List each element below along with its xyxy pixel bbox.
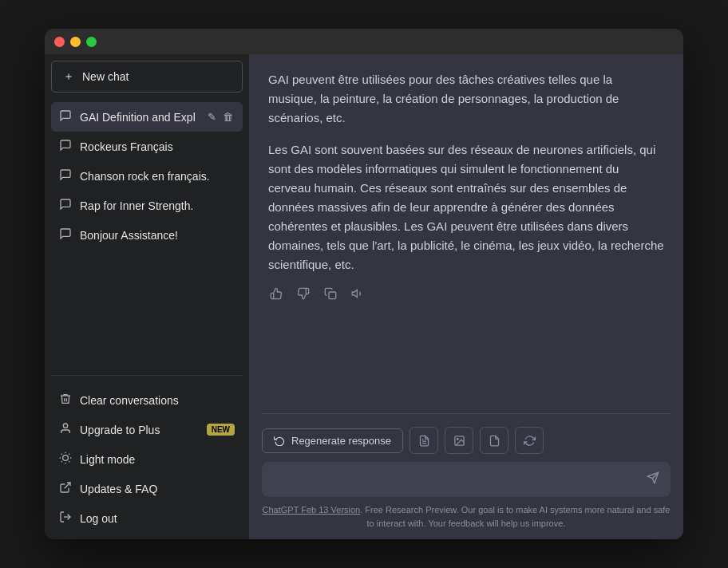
plus-icon: ＋ [63,69,74,84]
footer-description: . Free Research Preview. Our goal is to … [360,505,670,528]
input-divider [262,413,671,414]
trash-icon [59,392,72,408]
clear-conversations-label: Clear conversations [80,394,179,407]
minimize-button[interactable] [70,37,81,47]
light-mode-label: Light mode [80,453,135,466]
conversation-label: Rockeurs Français [80,140,235,153]
audio-button[interactable] [350,286,366,305]
logout-label: Log out [80,512,117,525]
message-text: GAI peuvent être utilisées pour des tâch… [268,70,664,274]
main-content: GAI peuvent être utilisées pour des tâch… [249,54,683,539]
regenerate-button[interactable]: Regenerate response [262,428,403,453]
conversation-list: GAI Definition and Expl ✎ 🗑 Rockeurs Fra… [45,99,249,372]
pdf-button[interactable] [480,427,508,454]
input-toolbar: Regenerate response [262,427,671,454]
app-body: ＋ New chat GAI Definition and Expl ✎ 🗑 [45,54,683,539]
app-window: ＋ New chat GAI Definition and Expl ✎ 🗑 [45,29,683,539]
close-button[interactable] [54,37,65,47]
chat-input[interactable] [262,462,671,497]
sidebar: ＋ New chat GAI Definition and Expl ✎ 🗑 [45,54,249,539]
sidebar-top: ＋ New chat [45,54,249,99]
sun-icon [59,452,72,467]
conversation-label: Chanson rock en français. [80,170,235,183]
conversation-item[interactable]: GAI Definition and Expl ✎ 🗑 [51,102,243,132]
logout-icon [59,511,72,526]
maximize-button[interactable] [86,37,97,47]
edit-conversation-button[interactable]: ✎ [206,109,218,124]
chat-icon [59,198,72,213]
message-paragraph: GAI peuvent être utilisées pour des tâch… [268,70,664,128]
sidebar-bottom: Clear conversations Upgrade to Plus NEW … [45,379,249,539]
external-link-icon [59,481,72,496]
chat-input-wrapper [262,462,671,497]
traffic-lights [54,37,97,47]
svg-line-4 [61,454,62,455]
svg-marker-13 [352,290,357,297]
new-chat-label: New chat [82,70,129,83]
conversation-item[interactable]: Rap for Inner Strength. [51,191,243,220]
conversation-label: GAI Definition and Expl [80,111,198,124]
svg-rect-12 [329,292,336,299]
message-actions [268,286,664,305]
conversation-item[interactable]: Bonjour Assistance! [51,220,243,250]
svg-point-17 [457,438,458,440]
footer-link[interactable]: ChatGPT Feb 13 Version [263,505,361,515]
delete-conversation-button[interactable]: 🗑 [221,109,235,124]
thumbs-down-button[interactable] [295,286,311,305]
light-mode-button[interactable]: Light mode [51,444,243,474]
new-chat-button[interactable]: ＋ New chat [51,61,243,93]
conversation-label: Rap for Inner Strength. [80,199,235,212]
send-button[interactable] [643,468,663,491]
conversation-actions: ✎ 🗑 [206,109,235,124]
refresh-button[interactable] [515,427,544,454]
clear-conversations-button[interactable]: Clear conversations [51,385,243,415]
svg-line-8 [61,461,62,462]
updates-faq-label: Updates & FAQ [80,483,157,495]
updates-faq-button[interactable]: Updates & FAQ [51,474,243,503]
svg-point-0 [63,424,67,428]
message-paragraph: Les GAI sont souvent basées sur des rése… [268,140,664,274]
regenerate-label: Regenerate response [291,435,391,447]
image-button[interactable] [445,427,473,454]
svg-line-10 [65,483,70,488]
new-badge: NEW [207,424,235,436]
footer-text: ChatGPT Feb 13 Version. Free Research Pr… [262,503,671,530]
conversation-item[interactable]: Chanson rock en français. [51,161,243,191]
upgrade-to-plus-button[interactable]: Upgrade to Plus NEW [51,415,243,444]
chat-icon [59,109,72,124]
chat-messages: GAI peuvent être utilisées pour des tâch… [249,54,683,404]
chat-icon [59,227,72,243]
conversation-label: Bonjour Assistance! [80,229,235,242]
conversation-item[interactable]: Rockeurs Français [51,132,243,161]
svg-line-5 [69,461,69,462]
sidebar-divider [51,375,243,376]
svg-line-9 [69,454,69,455]
person-icon [59,422,72,437]
chat-icon [59,139,72,154]
copy-button[interactable] [322,286,338,305]
logout-button[interactable]: Log out [51,503,243,533]
message-block: GAI peuvent être utilisées pour des tâch… [268,70,664,305]
titlebar [45,29,683,54]
input-area: Regenerate response [249,404,683,539]
markdown-button[interactable] [410,427,438,454]
chat-icon [59,168,72,183]
thumbs-up-button[interactable] [268,286,284,305]
svg-point-1 [63,456,69,461]
upgrade-label: Upgrade to Plus [80,424,160,436]
